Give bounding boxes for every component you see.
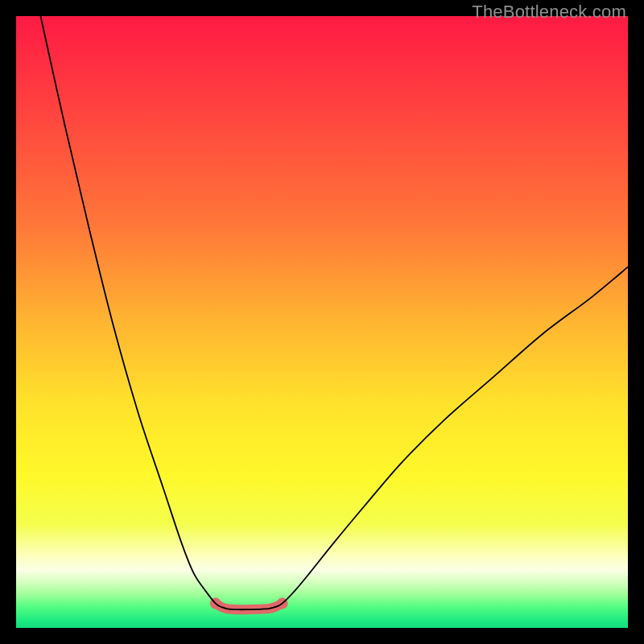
gradient-background (16, 16, 628, 628)
bottleneck-chart-svg (16, 16, 628, 628)
plot-area (16, 16, 628, 628)
watermark-label: TheBottleneck.com (472, 2, 626, 23)
chart-frame: TheBottleneck.com (0, 0, 644, 644)
